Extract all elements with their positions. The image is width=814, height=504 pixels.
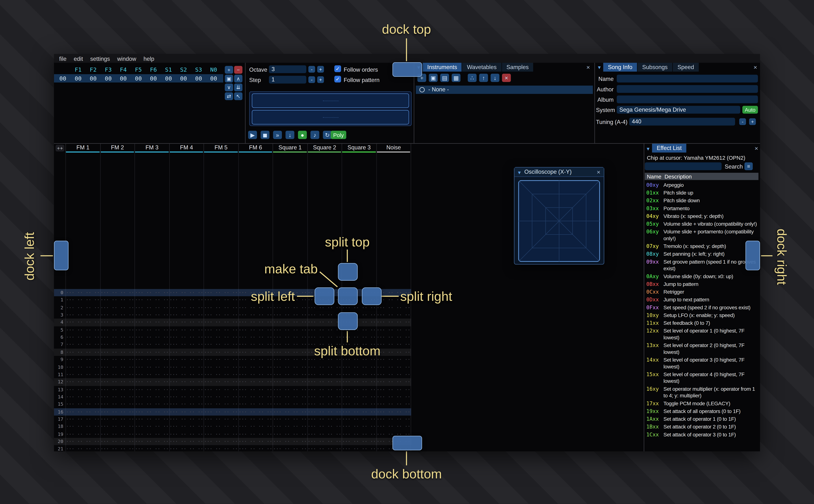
order-cell[interactable]: 00 <box>206 75 221 83</box>
pattern-cell[interactable]: ··· ·· ·· ··· <box>273 371 307 378</box>
pattern-cell[interactable]: ··· ·· ·· ··· <box>238 356 273 363</box>
pattern-row[interactable]: 11··· ·· ·· ······ ·· ·· ······ ·· ·· ··… <box>54 371 411 378</box>
pattern-cell[interactable]: ··· ·· ·· ··· <box>204 311 238 319</box>
menu-item-file[interactable]: file <box>59 55 67 62</box>
pattern-cell[interactable]: ··· ·· ·· ··· <box>170 371 204 378</box>
pattern-cell[interactable]: ··· ·· ·· ··· <box>273 416 307 423</box>
channel-header-square-3[interactable]: Square 3 <box>342 144 376 153</box>
pattern-row[interactable]: 10··· ·· ·· ······ ·· ·· ······ ·· ·· ··… <box>54 363 411 371</box>
system-auto-button[interactable]: Auto <box>742 106 758 114</box>
dock-target-split-right[interactable] <box>362 287 381 305</box>
step-one-row-button[interactable]: ↓ <box>285 131 294 139</box>
pattern-cell[interactable]: ··· ·· ·· ··· <box>308 371 342 378</box>
pattern-cell[interactable]: ··· ·· ·· ··· <box>135 438 169 445</box>
album-field[interactable] <box>617 95 758 103</box>
pattern-row[interactable]: 5··· ·· ·· ······ ·· ·· ······ ·· ·· ···… <box>54 326 411 334</box>
pattern-cell[interactable]: ··· ·· ·· ··· <box>100 356 135 363</box>
pattern-cell[interactable]: ··· ·· ·· ··· <box>66 356 100 363</box>
pattern-cell[interactable]: ··· ·· ·· ··· <box>273 378 307 386</box>
effect-row[interactable]: 01xxPitch slide up <box>645 189 759 197</box>
pattern-cell[interactable]: ··· ·· ·· ··· <box>100 326 135 334</box>
pattern-row[interactable]: 21··· ·· ·· ······ ·· ·· ······ ·· ·· ··… <box>54 445 411 451</box>
pattern-cell[interactable]: ··· ·· ·· ··· <box>204 341 238 349</box>
pattern-cell[interactable]: ··· ·· ·· ··· <box>376 304 411 311</box>
pattern-cell[interactable]: ··· ·· ·· ··· <box>342 431 376 438</box>
pattern-cell[interactable]: ··· ·· ·· ··· <box>66 416 100 423</box>
pattern-cell[interactable]: ··· ·· ·· ··· <box>342 363 376 371</box>
pattern-cell[interactable]: ··· ·· ·· ··· <box>273 363 307 371</box>
channel-header-fm-2[interactable]: FM 2 <box>100 144 135 153</box>
pattern-cell[interactable]: ··· ·· ·· ··· <box>100 289 135 296</box>
pattern-row[interactable]: 18··· ·· ·· ······ ·· ·· ······ ·· ·· ··… <box>54 423 411 430</box>
pattern-cell[interactable]: ··· ·· ·· ··· <box>342 445 376 451</box>
play-button[interactable]: ▶ <box>248 131 257 139</box>
pattern-cell[interactable]: ··· ·· ·· ··· <box>376 334 411 341</box>
octave-increase-button[interactable]: + <box>317 66 324 73</box>
pattern-cell[interactable]: ··· ·· ·· ··· <box>66 371 100 378</box>
channel-header-fm-6[interactable]: FM 6 <box>238 144 273 153</box>
pattern-cell[interactable]: ··· ·· ·· ··· <box>100 363 135 371</box>
effect-list-close-icon[interactable]: × <box>753 145 760 152</box>
pattern-cell[interactable]: ··· ·· ·· ··· <box>308 326 342 334</box>
instrument-open-button[interactable]: ▤ <box>440 74 449 82</box>
pattern-cell[interactable]: ··· ·· ·· ··· <box>100 341 135 349</box>
pattern-cell[interactable]: ··· ·· ·· ··· <box>238 304 273 311</box>
pattern-cell[interactable]: ··· ·· ·· ··· <box>308 423 342 430</box>
pattern-cell[interactable]: ··· ·· ·· ··· <box>66 445 100 451</box>
pattern-cell[interactable]: ··· ·· ·· ··· <box>238 311 273 319</box>
pattern-cell[interactable]: ··· ·· ·· ··· <box>204 378 238 386</box>
dock-target-split-left[interactable] <box>315 287 334 305</box>
pattern-cell[interactable]: ··· ·· ·· ··· <box>342 378 376 386</box>
edit-record-button[interactable]: ● <box>298 131 307 139</box>
channel-header-fm-1[interactable]: FM 1 <box>66 144 100 153</box>
pattern-cell[interactable]: ··· ·· ·· ··· <box>308 401 342 408</box>
tuning-increase-button[interactable]: + <box>749 118 756 125</box>
pattern-cell[interactable]: ··· ·· ·· ··· <box>66 401 100 408</box>
pattern-cell[interactable]: ··· ·· ·· ··· <box>238 438 273 445</box>
pattern-cell[interactable]: ··· ·· ·· ··· <box>273 349 307 356</box>
follow-orders-checkbox[interactable]: ✓ <box>334 65 341 72</box>
pattern-cell[interactable]: ··· ·· ·· ··· <box>100 378 135 386</box>
play-from-beginning-button[interactable]: » <box>273 131 282 139</box>
pattern-cell[interactable]: ··· ·· ·· ··· <box>238 319 273 326</box>
effect-row[interactable]: 1AxxSet attack of operator 1 (0 to 1F) <box>645 415 759 423</box>
tab-effect-list[interactable]: Effect List <box>652 144 686 153</box>
effect-row[interactable]: 11xxSet feedback (0 to 7) <box>645 319 759 327</box>
orders-duplicate-button[interactable]: ▣ <box>225 75 233 83</box>
pattern-cell[interactable]: ··· ·· ·· ··· <box>66 349 100 356</box>
pattern-cell[interactable]: ··· ·· ·· ··· <box>273 431 307 438</box>
pattern-cell[interactable]: ··· ·· ·· ··· <box>135 356 169 363</box>
tab-wavetables[interactable]: Wavetables <box>462 63 501 72</box>
effect-row[interactable]: 08xySet panning (x: left; y: right) <box>645 250 759 258</box>
pattern-cell[interactable]: ··· ·· ·· ··· <box>273 423 307 430</box>
poly-button[interactable]: Poly <box>331 131 346 139</box>
pattern-cell[interactable]: ··· ·· ·· ··· <box>273 326 307 334</box>
pattern-row[interactable]: 19··· ·· ·· ······ ·· ·· ······ ·· ·· ··… <box>54 431 411 438</box>
pattern-cell[interactable]: ··· ·· ·· ··· <box>204 334 238 341</box>
pattern-cell[interactable]: ··· ·· ·· ··· <box>342 408 376 415</box>
channel-header-noise[interactable]: Noise <box>376 144 411 153</box>
pattern-cell[interactable]: ··· ·· ·· ··· <box>66 326 100 334</box>
pattern-cell[interactable]: ··· ·· ·· ··· <box>100 431 135 438</box>
pattern-cell[interactable]: ··· ·· ·· ··· <box>308 438 342 445</box>
pattern-row[interactable]: 2··· ·· ·· ······ ·· ·· ······ ·· ·· ···… <box>54 304 411 311</box>
pattern-cell[interactable]: ··· ·· ·· ··· <box>273 334 307 341</box>
effect-row[interactable]: 1BxxSet attack of operator 2 (0 to 1F) <box>645 423 759 431</box>
menu-item-settings[interactable]: settings <box>90 55 110 62</box>
pattern-cell[interactable]: ··· ·· ·· ··· <box>308 431 342 438</box>
effect-row[interactable]: 02xxPitch slide down <box>645 197 759 204</box>
pattern-cell[interactable]: ··· ·· ·· ··· <box>308 386 342 393</box>
effect-row[interactable]: 0FxxSet speed (speed 2 if no grooves exi… <box>645 304 759 311</box>
pattern-cell[interactable]: ··· ·· ·· ··· <box>273 319 307 326</box>
pattern-cell[interactable]: ··· ·· ·· ··· <box>100 304 135 311</box>
orders-change-all-button[interactable]: ⇄ <box>225 92 233 100</box>
pattern-cell[interactable]: ··· ·· ·· ··· <box>170 356 204 363</box>
pattern-cell[interactable]: ··· ·· ·· ··· <box>135 431 169 438</box>
tab-instruments[interactable]: Instruments <box>423 63 462 72</box>
song-info-close-icon[interactable]: × <box>752 64 759 71</box>
tab-song-info[interactable]: Song Info <box>603 63 637 72</box>
repeat-pattern-button[interactable]: ↻ <box>323 131 332 139</box>
pattern-cell[interactable]: ··· ·· ·· ··· <box>100 311 135 319</box>
pattern-cell[interactable]: ··· ·· ·· ··· <box>135 341 169 349</box>
pattern-cell[interactable]: ··· ·· ·· ··· <box>100 423 135 430</box>
